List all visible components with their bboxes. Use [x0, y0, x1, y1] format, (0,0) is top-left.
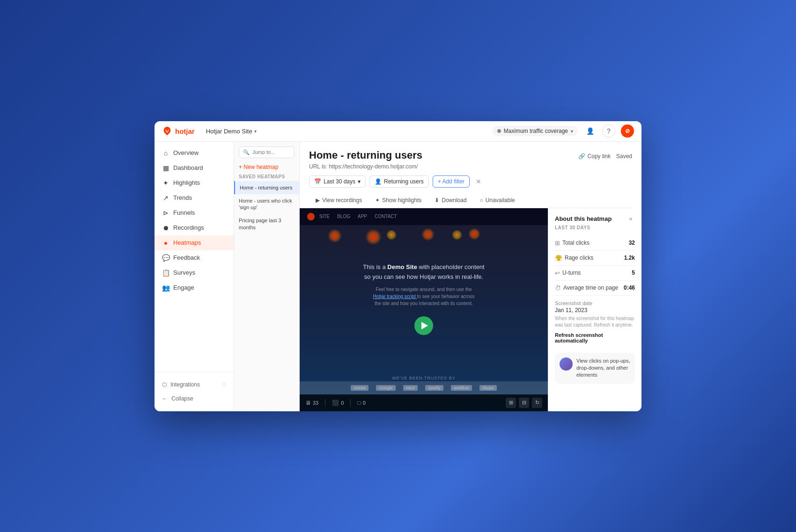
toolbar-ctrl-2[interactable]: ⊟: [519, 398, 529, 408]
company-intuit: intuit: [403, 385, 418, 391]
date-filter-button[interactable]: 📅 Last 30 days ▾: [309, 175, 366, 188]
panel-title: About this heatmap: [555, 215, 612, 222]
sidebar-item-surveys[interactable]: 📋 Surveys: [155, 265, 234, 280]
add-filter-button[interactable]: + Add filter: [433, 175, 470, 188]
traffic-dot-icon: [497, 129, 501, 133]
header-actions: 🔗 Copy link Saved: [578, 153, 632, 160]
new-heatmap-button[interactable]: + New heatmap: [234, 162, 299, 174]
block-icon-button[interactable]: ⊘: [621, 124, 634, 138]
collapse-label: Collapse: [171, 395, 193, 402]
desktop-icon: 🖥: [305, 400, 311, 406]
feedback-icon: 💬: [162, 254, 170, 262]
hotjar-logo[interactable]: hotjar: [162, 126, 195, 136]
site-selector[interactable]: Hotjar Demo Site ▾: [202, 126, 260, 137]
total-clicks-value: 32: [629, 240, 635, 246]
toolbar-tablet-count: 0: [341, 400, 344, 406]
search-area: 🔍: [234, 146, 299, 162]
toolbar-mobile-badge: □ 0: [357, 400, 365, 406]
date-chevron-icon: ▾: [358, 178, 361, 185]
right-panel: About this heatmap × LAST 30 DAYS ⊞ Tota…: [548, 208, 641, 411]
demo-text-part1: This is a: [363, 263, 385, 270]
sidebar-label-engage: Engage: [173, 284, 194, 291]
tab-view-recordings[interactable]: ▶ View recordings: [309, 193, 369, 208]
search-input-wrap[interactable]: 🔍: [239, 146, 295, 158]
copy-link-button[interactable]: 🔗 Copy link: [578, 153, 611, 160]
company-spotify: Spotify: [425, 385, 444, 391]
heatmap-nav-item-2: BLOG: [337, 214, 350, 219]
company-webflow: webflow: [451, 385, 472, 391]
collapse-button[interactable]: ← Collapse: [155, 392, 234, 406]
nav-items: ⌂ Overview ▦ Dashboard ✦ Highlights ↗ Tr…: [155, 142, 234, 372]
u-turns-text: U-turns: [562, 270, 581, 276]
search-input[interactable]: [252, 149, 290, 155]
play-button[interactable]: [414, 316, 433, 335]
heatmap-nav-item-1: SITE: [319, 214, 330, 219]
collapse-icon: ←: [162, 395, 168, 402]
toolbar-separator-2: [350, 399, 351, 407]
heatmap-list-panel: 🔍 + New heatmap Saved heatmaps Home - re…: [234, 142, 300, 411]
heatmap-content: This is a Demo Site with placeholder con…: [300, 225, 548, 373]
sidebar-label-funnels: Funnels: [173, 209, 195, 216]
panel-subtitle: LAST 30 DAYS: [555, 225, 635, 230]
tab-unavailable-label: Unavailable: [486, 197, 515, 204]
tab-download[interactable]: ⬇ Download: [428, 193, 473, 208]
sidebar-item-heatmaps[interactable]: ● Heatmaps: [155, 235, 234, 250]
toolbar-ctrl-3[interactable]: ↻: [532, 398, 542, 408]
panel-close-button[interactable]: ×: [626, 215, 635, 223]
companies-row: Adobe Google intuit Spotify webflow Skyp…: [300, 381, 548, 394]
page-title: Home - returning users: [309, 149, 422, 161]
sidebar-item-recordings[interactable]: ⏺ Recordings: [155, 220, 234, 235]
rage-clicks-icon: 😤: [555, 255, 562, 262]
play-icon: ▶: [316, 197, 320, 204]
heatmap-site-logo: [307, 213, 315, 220]
site-name: Hotjar Demo Site: [206, 128, 252, 135]
popup-card[interactable]: View clicks on pop-ups, drop-downs, and …: [555, 353, 635, 384]
traffic-coverage-button[interactable]: Maximum traffic coverage ▾: [493, 126, 578, 136]
segment-filter-label: Returning users: [384, 178, 424, 185]
toolbar-controls: ⊞ ⊟ ↻: [506, 398, 542, 408]
clear-filter-button[interactable]: ✕: [473, 176, 484, 187]
page-url: URL is: https://technology-demo.hotjar.c…: [309, 163, 632, 170]
heatmap-item-2[interactable]: Pricing page last 3 months: [234, 214, 299, 234]
sidebar-item-overview[interactable]: ⌂ Overview: [155, 146, 234, 160]
toolbar-mobile-count: 0: [363, 400, 366, 406]
heatmap-item-0[interactable]: Home - returning users: [234, 181, 299, 194]
help-icon-button[interactable]: ?: [602, 124, 615, 138]
sidebar-item-feedback[interactable]: 💬 Feedback: [155, 250, 234, 265]
tablet-icon: ⬛: [332, 400, 339, 406]
saved-badge: Saved: [616, 153, 632, 160]
segment-filter-button[interactable]: 👤 Returning users: [369, 175, 429, 188]
sidebar-item-highlights[interactable]: ✦ Highlights: [155, 175, 234, 190]
u-turns-value: 5: [632, 270, 635, 276]
sidebar-item-engage[interactable]: 👥 Engage: [155, 280, 234, 295]
demo-subtext-start: Feel free to navigate around, and then u…: [376, 287, 472, 292]
integrations-button[interactable]: ⬡ Integrations ⬡: [155, 378, 234, 392]
screenshot-label: Screenshot date: [555, 300, 635, 306]
toolbar-ctrl-1[interactable]: ⊞: [506, 398, 516, 408]
heatmap-item-label-0: Home - returning users: [240, 185, 293, 190]
funnels-icon: ⊳: [162, 209, 170, 217]
sidebar-item-funnels[interactable]: ⊳ Funnels: [155, 205, 234, 220]
tab-show-highlights[interactable]: ✦ Show highlights: [369, 193, 428, 208]
sidebar-label-surveys: Surveys: [173, 269, 195, 276]
recordings-icon: ⏺: [162, 224, 170, 232]
tab-unavailable[interactable]: ○ Unavailable: [473, 193, 522, 208]
refresh-link[interactable]: Refresh screenshot automatically: [555, 332, 635, 343]
demo-link[interactable]: Hotjar tracking script: [373, 294, 417, 299]
top-bar-right: Maximum traffic coverage ▾ 👤 ? ⊘: [493, 124, 634, 138]
date-filter-label: Last 30 days: [324, 178, 355, 185]
screenshot-desc: When the screenshot for this heatmap was…: [555, 315, 635, 328]
sidebar-label-highlights: Highlights: [173, 179, 200, 186]
demo-text: This is a Demo Site with placeholder con…: [363, 262, 485, 282]
tab-download-label: Download: [442, 197, 466, 204]
integrations-external-icon: ⬡: [222, 382, 226, 387]
sidebar-item-dashboard[interactable]: ▦ Dashboard: [155, 160, 234, 175]
screenshot-section: Screenshot date Jan 11, 2023 When the sc…: [555, 300, 635, 349]
avg-time-icon: ⏱: [555, 284, 561, 292]
trends-icon: ↗: [162, 194, 170, 202]
heatmap-item-1[interactable]: Home - users who click 'sign up': [234, 194, 299, 214]
action-tabs: ▶ View recordings ✦ Show highlights ⬇ Do…: [309, 193, 632, 208]
title-row: Home - returning users 🔗 Copy link Saved: [309, 149, 632, 163]
user-icon-button[interactable]: 👤: [583, 124, 597, 138]
sidebar-item-trends[interactable]: ↗ Trends: [155, 190, 234, 205]
